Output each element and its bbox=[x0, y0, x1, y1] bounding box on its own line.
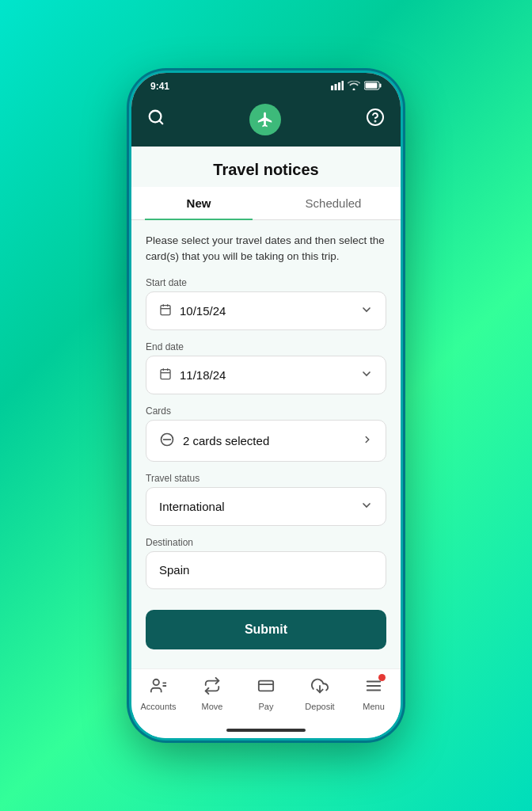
nav-move[interactable]: Move bbox=[192, 677, 233, 711]
phone-frame: 9:41 bbox=[131, 73, 401, 739]
battery-icon bbox=[364, 81, 382, 93]
svg-rect-5 bbox=[380, 83, 382, 87]
end-date-label: End date bbox=[146, 341, 386, 352]
nav-deposit-label: Deposit bbox=[305, 702, 334, 711]
nav-accounts[interactable]: Accounts bbox=[138, 677, 179, 711]
svg-rect-15 bbox=[161, 370, 170, 379]
status-bar: 9:41 bbox=[131, 73, 401, 97]
calendar-icon-end bbox=[159, 367, 172, 383]
travel-status-picker[interactable]: International bbox=[146, 487, 386, 526]
start-date-field: Start date 10/15/24 bbox=[146, 277, 386, 330]
svg-rect-0 bbox=[331, 86, 333, 90]
end-date-field: End date 11/18/24 bbox=[146, 341, 386, 394]
nav-move-label: Move bbox=[202, 702, 223, 711]
header bbox=[131, 97, 401, 147]
svg-line-8 bbox=[159, 121, 162, 124]
cards-value: 2 cards selected bbox=[183, 434, 269, 447]
travel-status-value: International bbox=[159, 500, 225, 513]
cards-selected-icon bbox=[159, 432, 175, 450]
svg-rect-11 bbox=[161, 306, 170, 315]
cards-field: Cards 2 cards selected bbox=[146, 406, 386, 462]
end-date-picker[interactable]: 11/18/24 bbox=[146, 356, 386, 394]
accounts-icon bbox=[150, 677, 167, 699]
nav-pay-label: Pay bbox=[259, 702, 274, 711]
svg-point-10 bbox=[375, 121, 376, 122]
svg-rect-2 bbox=[338, 82, 340, 90]
home-indicator bbox=[131, 725, 401, 738]
submit-button[interactable]: Submit bbox=[146, 610, 386, 649]
svg-rect-6 bbox=[366, 82, 378, 88]
svg-rect-24 bbox=[259, 681, 273, 691]
nav-deposit[interactable]: Deposit bbox=[299, 677, 340, 711]
deposit-icon bbox=[311, 677, 329, 699]
chevron-down-icon-status bbox=[360, 499, 373, 514]
destination-box bbox=[146, 551, 386, 589]
end-date-value: 11/18/24 bbox=[180, 368, 226, 382]
menu-badge bbox=[378, 674, 386, 681]
svg-point-21 bbox=[154, 680, 159, 685]
tab-scheduled[interactable]: Scheduled bbox=[266, 187, 401, 219]
time: 9:41 bbox=[150, 81, 169, 92]
travel-status-field: Travel status International bbox=[146, 473, 386, 526]
travel-status-label: Travel status bbox=[146, 473, 386, 484]
start-date-value: 10/15/24 bbox=[180, 304, 226, 318]
menu-icon bbox=[365, 677, 382, 699]
search-button[interactable] bbox=[147, 109, 165, 130]
start-date-picker[interactable]: 10/15/24 bbox=[146, 291, 386, 330]
destination-field: Destination bbox=[146, 537, 386, 589]
bottom-nav: Accounts Move Pay bbox=[131, 668, 401, 725]
home-bar bbox=[226, 729, 306, 732]
chevron-down-icon bbox=[360, 303, 373, 318]
tab-bar: New Scheduled bbox=[131, 187, 401, 220]
cards-selector[interactable]: 2 cards selected bbox=[146, 420, 386, 462]
nav-accounts-label: Accounts bbox=[140, 702, 176, 711]
calendar-icon bbox=[159, 303, 172, 318]
arrow-right-icon bbox=[362, 434, 373, 447]
nav-pay[interactable]: Pay bbox=[245, 677, 287, 711]
page-title: Travel notices bbox=[131, 147, 401, 187]
pay-icon bbox=[257, 677, 275, 699]
form-area: Please select your travel dates and then… bbox=[131, 220, 401, 669]
tab-new[interactable]: New bbox=[131, 187, 266, 219]
cards-label: Cards bbox=[146, 406, 386, 417]
signal-icon bbox=[331, 81, 344, 93]
app-logo bbox=[249, 104, 281, 135]
content-area: Travel notices New Scheduled Please sele… bbox=[131, 147, 401, 669]
nav-menu-label: Menu bbox=[363, 702, 385, 711]
destination-label: Destination bbox=[146, 537, 386, 548]
nav-menu[interactable]: Menu bbox=[353, 677, 394, 711]
destination-input[interactable] bbox=[159, 563, 373, 577]
wifi-icon bbox=[348, 81, 360, 93]
svg-rect-3 bbox=[342, 81, 344, 90]
start-date-label: Start date bbox=[146, 277, 386, 288]
chevron-down-icon-end bbox=[360, 367, 373, 383]
help-button[interactable] bbox=[366, 108, 385, 131]
svg-rect-1 bbox=[335, 84, 337, 90]
status-icons bbox=[331, 81, 382, 93]
move-icon bbox=[203, 677, 221, 699]
form-instruction: Please select your travel dates and then… bbox=[146, 233, 386, 265]
